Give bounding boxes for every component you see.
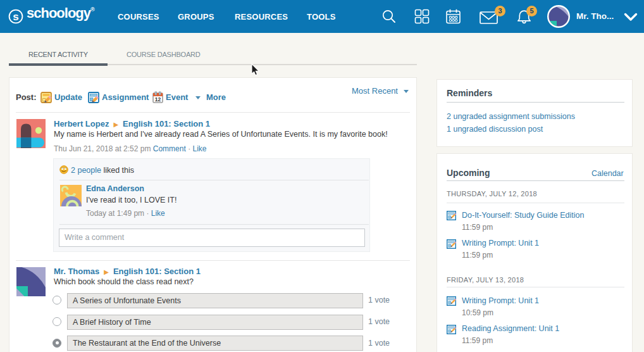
svg-text:s: s [13, 11, 18, 23]
svg-text:12: 12 [155, 96, 161, 103]
